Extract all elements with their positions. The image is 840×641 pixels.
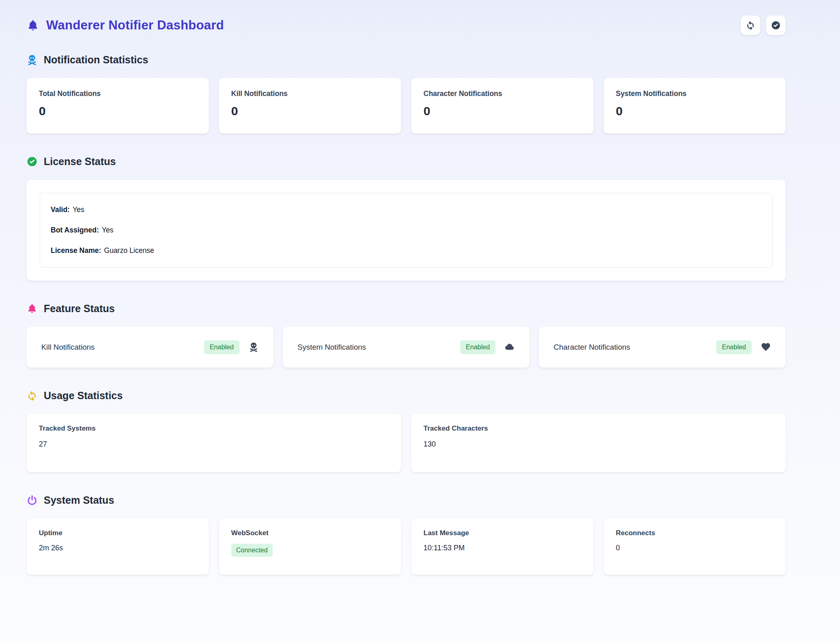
license-field-label: License Name: bbox=[51, 246, 101, 255]
header-actions bbox=[741, 16, 786, 35]
system-card-reconnects: Reconnects 0 bbox=[604, 518, 786, 575]
license-card: Valid:Yes Bot Assigned:Yes License Name:… bbox=[27, 180, 786, 281]
system-card-last-message: Last Message 10:11:53 PM bbox=[411, 518, 594, 575]
status-check-button[interactable] bbox=[766, 16, 786, 35]
system-label: Last Message bbox=[423, 529, 581, 537]
usage-label: Tracked Systems bbox=[39, 424, 389, 433]
cloud-icon bbox=[504, 342, 515, 352]
usage-value: 27 bbox=[39, 440, 389, 449]
stat-card-total-notifications: Total Notifications 0 bbox=[27, 78, 209, 134]
stat-value: 0 bbox=[616, 104, 774, 118]
stat-label: Total Notifications bbox=[39, 89, 197, 98]
license-bot-assigned-row: Bot Assigned:Yes bbox=[51, 226, 762, 235]
section-title: Usage Statistics bbox=[44, 390, 123, 402]
feature-card-kill-notifications: Kill Notifications Enabled bbox=[27, 327, 273, 368]
usage-card-tracked-systems: Tracked Systems 27 bbox=[27, 414, 401, 472]
section-feature-status: Feature Status Kill Notifications Enable… bbox=[27, 303, 786, 368]
skull-crossbones-icon bbox=[249, 342, 259, 352]
usage-value: 130 bbox=[423, 440, 773, 449]
stat-card-character-notifications: Character Notifications 0 bbox=[411, 78, 594, 134]
system-value: 0 bbox=[616, 544, 774, 552]
heart-icon bbox=[761, 342, 771, 352]
license-field-label: Bot Assigned: bbox=[51, 226, 99, 234]
license-name-row: License Name:Guarzo License bbox=[51, 246, 762, 255]
stat-card-system-notifications: System Notifications 0 bbox=[604, 78, 786, 134]
license-valid-row: Valid:Yes bbox=[51, 205, 762, 214]
section-usage-statistics: Usage Statistics Tracked Systems 27 Trac… bbox=[27, 390, 786, 472]
section-license-status: License Status Valid:Yes Bot Assigned:Ye… bbox=[27, 156, 786, 281]
dashboard-page: Wanderer Notifier Dashboard Notification… bbox=[0, 0, 840, 575]
check-circle-icon bbox=[27, 156, 38, 167]
power-icon bbox=[27, 495, 38, 506]
feature-label: System Notifications bbox=[298, 343, 366, 352]
stat-value: 0 bbox=[39, 104, 197, 118]
system-card-websocket: WebSocket Connected bbox=[219, 518, 401, 575]
feature-card-system-notifications: System Notifications Enabled bbox=[283, 327, 530, 368]
bell-icon bbox=[27, 19, 39, 32]
section-title: License Status bbox=[44, 156, 116, 168]
bell-icon bbox=[27, 303, 38, 314]
license-field-value: Guarzo License bbox=[104, 246, 155, 255]
status-badge: Enabled bbox=[716, 340, 752, 354]
feature-card-character-notifications: Character Notifications Enabled bbox=[539, 327, 786, 368]
check-circle-icon bbox=[771, 20, 781, 30]
system-label: Uptime bbox=[39, 529, 197, 537]
refresh-icon bbox=[746, 20, 755, 30]
license-field-value: Yes bbox=[73, 205, 85, 214]
section-notification-statistics: Notification Statistics Total Notificati… bbox=[27, 54, 786, 134]
license-field-value: Yes bbox=[102, 226, 114, 234]
feature-label: Kill Notifications bbox=[41, 343, 95, 352]
stat-label: Kill Notifications bbox=[231, 89, 389, 98]
section-title: Feature Status bbox=[44, 303, 115, 315]
license-field-label: Valid: bbox=[51, 205, 70, 214]
refresh-icon bbox=[27, 390, 38, 401]
stat-label: System Notifications bbox=[616, 89, 774, 98]
status-badge: Enabled bbox=[460, 340, 496, 354]
status-badge: Enabled bbox=[204, 340, 240, 354]
section-title: Notification Statistics bbox=[44, 54, 148, 66]
section-title: System Status bbox=[44, 494, 114, 506]
section-system-status: System Status Uptime 2m 26s WebSocket Co… bbox=[27, 494, 786, 575]
refresh-button[interactable] bbox=[741, 16, 760, 35]
system-label: Reconnects bbox=[616, 529, 774, 537]
license-details: Valid:Yes Bot Assigned:Yes License Name:… bbox=[40, 193, 773, 268]
system-card-uptime: Uptime 2m 26s bbox=[27, 518, 209, 575]
stat-value: 0 bbox=[423, 104, 581, 118]
feature-label: Character Notifications bbox=[553, 343, 630, 352]
usage-label: Tracked Characters bbox=[423, 424, 773, 433]
app-header: Wanderer Notifier Dashboard bbox=[27, 16, 786, 35]
connection-status-badge: Connected bbox=[231, 544, 273, 557]
system-value: 10:11:53 PM bbox=[423, 544, 581, 552]
system-label: WebSocket bbox=[231, 529, 389, 537]
system-value: 2m 26s bbox=[39, 544, 197, 552]
stat-card-kill-notifications: Kill Notifications 0 bbox=[219, 78, 401, 134]
skull-crossbones-icon bbox=[27, 54, 38, 65]
stat-value: 0 bbox=[231, 104, 389, 118]
page-title: Wanderer Notifier Dashboard bbox=[46, 18, 224, 33]
usage-card-tracked-characters: Tracked Characters 130 bbox=[411, 414, 786, 472]
stat-label: Character Notifications bbox=[423, 89, 581, 98]
